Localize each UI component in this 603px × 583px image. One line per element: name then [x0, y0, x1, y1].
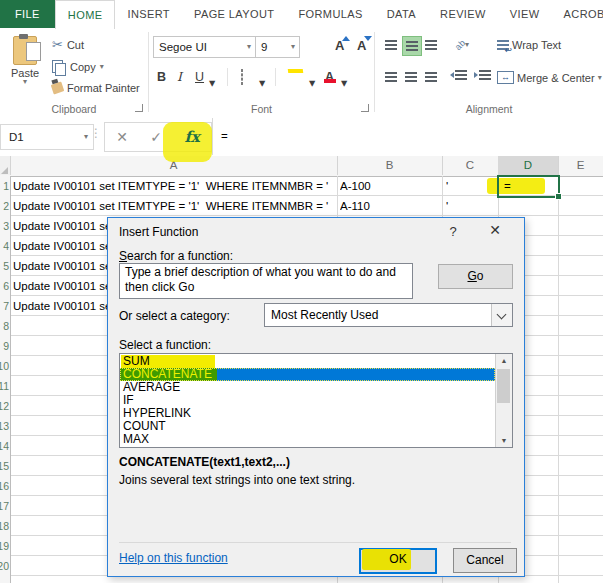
paste-dropdown-icon[interactable]: ▾ — [4, 79, 46, 85]
cut-button[interactable]: ✂ Cut — [52, 38, 84, 51]
row-header[interactable]: 13 — [0, 416, 10, 436]
font-color-dropdown-icon[interactable]: ▾ — [341, 74, 347, 92]
row-headers[interactable]: 1 2 3 4 5 6 7 8 9 10 11 12 13 14 15 16 1… — [0, 176, 11, 583]
cancel-button[interactable]: Cancel — [453, 548, 517, 573]
category-dropdown[interactable]: Most Recently Used — [264, 303, 513, 327]
help-on-function-link[interactable]: Help on this function — [119, 551, 228, 565]
insert-function-fx-button[interactable]: fx — [184, 128, 199, 146]
dialog-close-icon[interactable]: ✕ — [480, 222, 510, 238]
row-header[interactable]: 15 — [0, 456, 10, 476]
tab-insert[interactable]: INSERT — [115, 0, 182, 28]
tab-page-layout[interactable]: PAGE LAYOUT — [182, 0, 286, 28]
borders-dropdown-icon[interactable]: ▾ — [259, 74, 265, 92]
function-list-scrollbar[interactable]: ▲ ▼ — [495, 354, 512, 447]
fill-color-dropdown-icon[interactable]: ▾ — [309, 74, 315, 92]
row-header[interactable]: 19 — [0, 536, 10, 556]
cell-b2[interactable]: A-110 — [340, 196, 440, 216]
font-color-button[interactable]: A — [325, 70, 334, 84]
tab-formulas[interactable]: FORMULAS — [286, 0, 374, 28]
copy-button[interactable]: Copy ▾ — [52, 60, 104, 73]
increase-indent-button[interactable] — [474, 70, 491, 80]
column-header-b[interactable]: B — [337, 156, 443, 175]
top-align-button[interactable] — [382, 36, 400, 54]
font-size-combo[interactable]: 9 ▾ — [255, 36, 300, 58]
row-header[interactable]: 10 — [0, 356, 10, 376]
scroll-down-icon[interactable]: ▼ — [496, 437, 512, 444]
function-item-average[interactable]: AVERAGE — [120, 381, 495, 394]
row-header[interactable]: 14 — [0, 436, 10, 456]
enter-entry-icon[interactable]: ✓ — [150, 129, 162, 145]
decrease-font-size-button[interactable]: A — [357, 38, 366, 53]
merge-center-dropdown-icon[interactable]: ▾ — [598, 75, 602, 81]
dialog-title[interactable]: Insert Function — [119, 225, 198, 239]
italic-button[interactable]: I — [177, 68, 182, 86]
row-header[interactable]: 11 — [0, 376, 10, 396]
increase-font-size-button[interactable]: A — [335, 38, 344, 53]
cell-a1[interactable]: Update IV00101 set ITEMTYPE = '1' WHERE … — [13, 176, 335, 196]
row-header[interactable]: 7 — [0, 296, 10, 316]
cell-b1[interactable]: A-100 — [340, 176, 440, 196]
tab-view[interactable]: VIEW — [498, 0, 552, 28]
bottom-align-button[interactable] — [422, 36, 440, 54]
row-header[interactable]: 3 — [0, 216, 10, 236]
row-header[interactable]: 16 — [0, 476, 10, 496]
font-size-dropdown-icon[interactable]: ▾ — [291, 44, 295, 50]
orientation-button[interactable]: ab ▾ — [450, 36, 474, 54]
row-header[interactable]: 12 — [0, 396, 10, 416]
align-center-button[interactable] — [402, 68, 420, 86]
align-right-button[interactable] — [422, 68, 440, 86]
font-name-dropdown-icon[interactable]: ▾ — [247, 44, 251, 50]
ok-button[interactable]: OK — [359, 548, 437, 574]
row-header[interactable]: 1 — [0, 176, 10, 196]
font-name-combo[interactable]: Segoe UI ▾ — [153, 36, 256, 58]
clipboard-dialog-launcher[interactable] — [135, 104, 143, 112]
tab-data[interactable]: DATA — [375, 0, 428, 28]
column-header-d[interactable]: D — [498, 156, 559, 175]
search-function-input[interactable]: Type a brief description of what you wan… — [119, 263, 413, 299]
borders-button[interactable] — [241, 68, 243, 86]
scrollbar-thumb[interactable] — [497, 369, 510, 403]
wrap-text-button[interactable]: ↩ Wrap Text — [497, 39, 561, 51]
cell-d1-selected[interactable]: = — [504, 176, 554, 196]
column-header-c[interactable]: C — [442, 156, 499, 175]
tab-acrobat[interactable]: ACROBAT — [552, 0, 603, 28]
underline-button[interactable]: U — [195, 68, 204, 86]
merge-center-button[interactable]: ↔ Merge & Center ▾ — [497, 71, 602, 84]
go-button[interactable]: Go — [438, 264, 513, 289]
function-item-hyperlink[interactable]: HYPERLINK — [120, 407, 495, 420]
underline-dropdown-icon[interactable]: ▾ — [209, 74, 215, 92]
category-dropdown-button[interactable] — [491, 304, 512, 326]
name-box-dropdown-icon[interactable]: ▾ — [84, 134, 88, 140]
row-header[interactable]: 9 — [0, 336, 10, 356]
cell-c2[interactable]: ' — [446, 196, 494, 216]
row-header[interactable]: 2 — [0, 196, 10, 216]
copy-dropdown-icon[interactable]: ▾ — [100, 64, 104, 70]
middle-align-button[interactable] — [402, 36, 422, 56]
tab-file[interactable]: FILE — [0, 0, 55, 28]
cell-a2[interactable]: Update IV00101 set ITEMTYPE = '1' WHERE … — [13, 196, 335, 216]
row-header[interactable]: 5 — [0, 256, 10, 276]
align-left-button[interactable] — [382, 68, 400, 86]
row-header[interactable]: 18 — [0, 516, 10, 536]
bold-button[interactable]: B — [157, 68, 166, 86]
function-item-max[interactable]: MAX — [120, 433, 495, 446]
format-painter-button[interactable]: Format Painter — [52, 82, 140, 94]
tab-review[interactable]: REVIEW — [428, 0, 498, 28]
scroll-up-icon[interactable]: ▲ — [496, 357, 512, 364]
decrease-indent-button[interactable] — [450, 70, 467, 80]
formula-input[interactable]: = — [212, 118, 603, 155]
row-header[interactable]: 20 — [0, 556, 10, 576]
tab-home[interactable]: HOME — [55, 0, 116, 29]
row-header[interactable]: 8 — [0, 316, 10, 336]
row-header[interactable]: 4 — [0, 236, 10, 256]
row-header[interactable]: 17 — [0, 496, 10, 516]
function-item-count[interactable]: COUNT — [120, 420, 495, 433]
cancel-entry-icon[interactable]: ✕ — [116, 129, 128, 145]
font-dialog-launcher[interactable] — [361, 104, 369, 112]
search-function-label: Search for a function: — [119, 249, 233, 263]
row-header[interactable]: 6 — [0, 276, 10, 296]
paste-button[interactable]: Paste ▾ — [4, 34, 46, 104]
name-box[interactable]: D1 ▾ — [0, 124, 94, 150]
column-header-e[interactable]: E — [558, 156, 603, 175]
dialog-help-icon[interactable]: ? — [441, 224, 465, 239]
